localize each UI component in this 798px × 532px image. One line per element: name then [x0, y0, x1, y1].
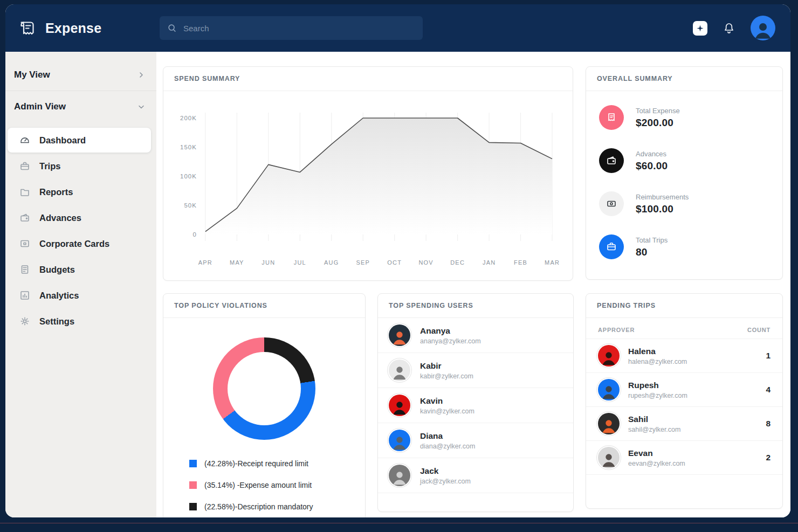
- user-avatar[interactable]: [751, 16, 775, 40]
- legend-swatch: [189, 503, 197, 510]
- approver-avatar: [598, 379, 620, 400]
- approver-avatar: [598, 345, 620, 367]
- pending-count: 1: [766, 351, 771, 361]
- user-avatar: [389, 465, 410, 486]
- sidebar-item-settings[interactable]: Settings: [8, 309, 151, 334]
- overall-summary-card: OVERALL SUMMARY Total Expense$200.00Adva…: [586, 66, 783, 280]
- user-name: Jack: [420, 466, 562, 476]
- top-spending-users-list: Ananyaananya@zylker.comKabirkabir@zylker…: [378, 318, 573, 493]
- analytics-icon: [19, 290, 30, 301]
- search-bar[interactable]: [160, 16, 423, 40]
- quick-add-button[interactable]: [693, 21, 707, 36]
- legend-item: (35.14%) -Expense amount limit: [189, 481, 365, 489]
- sidebar-section-my-view[interactable]: My View: [5, 59, 156, 91]
- expense-receipt-logo-icon: [18, 18, 39, 38]
- sidebar-section-admin-view[interactable]: Admin View: [5, 91, 156, 122]
- user-email: diana@zylker.com: [420, 443, 562, 450]
- plus-icon: [696, 24, 704, 32]
- svg-text:MAR: MAR: [545, 259, 560, 266]
- svg-text:200K: 200K: [180, 115, 197, 121]
- sidebar-item-label: Analytics: [39, 291, 79, 301]
- pending-trip-row[interactable]: Sahilsahil@zylker.com8: [586, 407, 782, 441]
- sidebar-item-advances[interactable]: Advances: [8, 205, 151, 230]
- approver-email: halena@zylker.com: [628, 358, 757, 365]
- overall-summary-list: Total Expense$200.00Advances$60.00Reimbu…: [586, 91, 782, 273]
- sidebar-item-corporate-cards[interactable]: Corporate Cards: [8, 231, 151, 256]
- pending-trip-row[interactable]: Eevaneevan@zylker.com2: [586, 441, 782, 475]
- svg-text:0: 0: [193, 231, 197, 238]
- overall-summary-item: Total Trips80: [599, 234, 769, 259]
- spend-summary-title: SPEND SUMMARY: [163, 67, 573, 91]
- app-title: Expense: [45, 20, 101, 36]
- sidebar-item-label: Corporate Cards: [39, 239, 109, 249]
- settings-icon: [19, 316, 30, 327]
- pending-trips-title: PENDING TRIPS: [586, 294, 782, 318]
- pending-trips-columns: APPROVER COUNT: [586, 318, 782, 339]
- overall-item-label: Reimbursements: [636, 193, 689, 201]
- legend-item: (42.28%)-Receipt required limit: [189, 459, 365, 468]
- approver-name: Eevan: [628, 448, 757, 458]
- wallet-icon: [599, 148, 624, 173]
- approver-name: Halena: [628, 347, 757, 356]
- cash-icon: [599, 191, 624, 216]
- svg-text:100K: 100K: [180, 173, 197, 179]
- spending-user-row[interactable]: Kabirkabir@zylker.com: [378, 353, 573, 388]
- my-view-label: My View: [14, 70, 50, 80]
- svg-text:OCT: OCT: [387, 259, 402, 266]
- pending-count: 8: [766, 419, 771, 429]
- user-avatar: [389, 360, 410, 381]
- overall-summary-item: Reimbursements$100.00: [599, 191, 769, 216]
- approver-name: Rupesh: [628, 381, 757, 390]
- top-spending-users-title: TOP SPENDING USERS: [378, 294, 573, 318]
- receipt-icon: [599, 105, 624, 130]
- svg-text:SEP: SEP: [356, 259, 370, 266]
- pending-count: 2: [766, 453, 771, 462]
- pending-trip-row[interactable]: Halenahalena@zylker.com1: [586, 339, 782, 373]
- topbar-actions: [693, 16, 775, 40]
- sidebar: My View Admin View DashboardTripsReports…: [5, 52, 156, 517]
- svg-text:150K: 150K: [180, 144, 197, 150]
- bell-icon: [723, 22, 735, 34]
- overall-summary-title: OVERALL SUMMARY: [586, 67, 782, 91]
- user-name: Diana: [420, 431, 562, 441]
- notifications-button[interactable]: [723, 22, 735, 34]
- user-avatar: [389, 430, 410, 451]
- user-name: Ananya: [420, 326, 562, 336]
- sidebar-item-reports[interactable]: Reports: [8, 179, 151, 204]
- sidebar-item-analytics[interactable]: Analytics: [8, 283, 151, 308]
- search-input[interactable]: [182, 23, 415, 33]
- sidebar-item-dashboard[interactable]: Dashboard: [8, 128, 151, 153]
- spending-user-row[interactable]: Ananyaananya@zylker.com: [378, 318, 573, 353]
- reports-icon: [19, 186, 30, 197]
- sidebar-item-budgets[interactable]: Budgets: [8, 257, 151, 282]
- approver-avatar: [598, 413, 620, 434]
- sidebar-item-label: Reports: [39, 187, 73, 197]
- corporate-cards-icon: [19, 238, 30, 249]
- spending-user-row[interactable]: Jackjack@zylker.com: [378, 458, 573, 493]
- spending-user-row[interactable]: Dianadiana@zylker.com: [378, 423, 573, 458]
- pending-trips-card: PENDING TRIPS APPROVER COUNT Halenahalen…: [586, 293, 783, 509]
- legend-label: (42.28%)-Receipt required limit: [204, 459, 308, 468]
- top-navbar: Expense: [5, 4, 790, 52]
- spending-user-row[interactable]: Kavinkavin@zylker.com: [378, 388, 573, 423]
- app-logo[interactable]: Expense: [18, 18, 160, 38]
- overall-item-label: Total Expense: [636, 107, 680, 115]
- legend-swatch: [189, 460, 197, 467]
- approver-email: sahil@zylker.com: [628, 426, 757, 433]
- user-email: jack@zylker.com: [420, 478, 562, 485]
- advances-icon: [19, 212, 30, 223]
- main-content: SPEND SUMMARY 050K100K150K200K APRMAYJUN…: [156, 52, 790, 517]
- overall-item-label: Advances: [636, 150, 668, 158]
- legend-label: (35.14%) -Expense amount limit: [204, 481, 312, 489]
- svg-text:DEC: DEC: [450, 259, 465, 266]
- overall-item-value: $200.00: [636, 117, 680, 129]
- pending-trip-row[interactable]: Rupeshrupesh@zylker.com4: [586, 373, 782, 407]
- approver-avatar: [598, 447, 620, 468]
- sidebar-item-trips[interactable]: Trips: [8, 154, 151, 178]
- spend-summary-card: SPEND SUMMARY 050K100K150K200K APRMAYJUN…: [163, 66, 573, 281]
- policy-violations-legend: (42.28%)-Receipt required limit(35.14%) …: [163, 440, 365, 511]
- sidebar-item-label: Settings: [39, 316, 74, 327]
- sidebar-menu: DashboardTripsReportsAdvancesCorporate C…: [5, 122, 156, 335]
- approver-email: rupesh@zylker.com: [628, 392, 757, 399]
- donut-hole: [228, 352, 301, 425]
